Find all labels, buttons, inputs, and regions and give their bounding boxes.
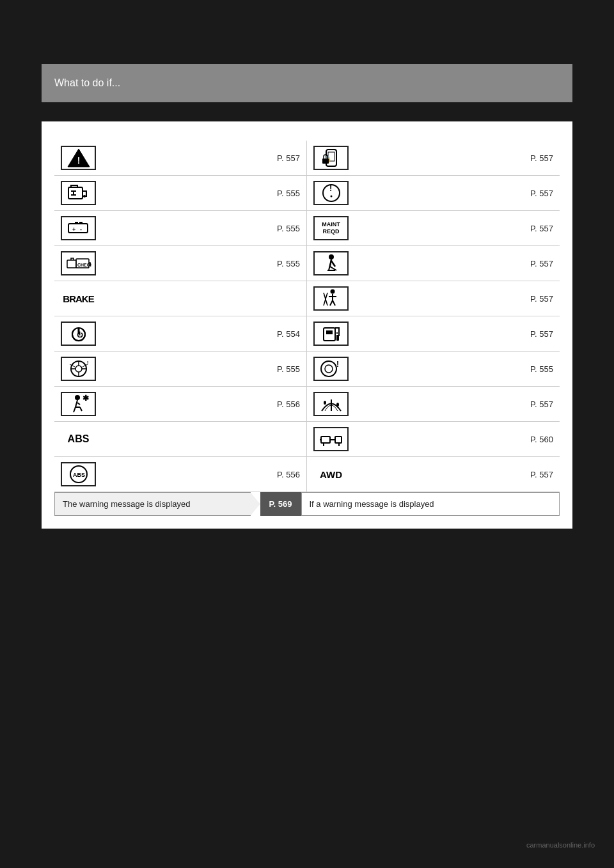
svg-rect-39 [321, 437, 330, 443]
page-ref: P. 557 [527, 294, 553, 304]
bottom-page-ref: P. 569 [260, 492, 301, 516]
trailer-svg [319, 428, 344, 450]
svg-point-17 [75, 395, 80, 400]
seatbelt-svg [319, 252, 344, 274]
tire-pressure-icon: ! [313, 357, 349, 381]
oil-icon [61, 181, 96, 205]
indicator-row: ✱ P. 556 [54, 387, 306, 422]
tire-svg: ! [319, 358, 344, 380]
indicator-row: P. 557 [307, 316, 560, 352]
svg-text:✱: ✱ [83, 394, 89, 403]
maint-reqd-icon: MAINTREQD [313, 216, 349, 240]
abs-label: ABS [68, 433, 90, 445]
wiper-svg [319, 393, 344, 415]
indicator-row: ! P. 555 [307, 352, 560, 387]
svg-point-15 [75, 366, 82, 372]
indicator-row: + - P. 555 [54, 211, 306, 246]
fuel-svg [319, 323, 344, 345]
brake-icon: BRAKE [61, 286, 96, 311]
phone-svg: 🔒 [319, 147, 344, 169]
passenger-icon [313, 286, 349, 311]
traction-icon: ✱ [61, 392, 96, 416]
page-ref: P. 557 [527, 470, 553, 479]
indicator-row: ! P. 555 [54, 352, 306, 387]
exclaim-circle-icon: ! [313, 181, 349, 205]
oil-svg [66, 182, 91, 204]
battery-svg: + - [66, 217, 91, 239]
watermark: carmanualsonline.info [526, 841, 595, 849]
battery-icon: + - [61, 216, 96, 240]
phone-icon: 🔒 [313, 146, 349, 170]
indicator-row: 🔒 P. 557 [307, 141, 560, 176]
warning-triangle-icon: ! [61, 146, 96, 170]
traction-svg: ✱ [66, 393, 91, 415]
indicator-row: CHECK P. 555 [54, 246, 306, 281]
fuel-icon [313, 322, 349, 346]
svg-text:-: - [80, 226, 82, 233]
indicator-row: P. 557 [307, 387, 560, 422]
abs-text-icon: ABS [61, 427, 96, 451]
if-warning-text: If a warning message is displayed [310, 499, 434, 509]
page-ref: P. 557 [527, 153, 553, 163]
page-ref: P. 556 [274, 399, 300, 409]
page-ref: P. 554 [274, 329, 300, 339]
bottom-page-ref-text: P. 569 [269, 499, 292, 509]
page-ref: P. 557 [274, 153, 300, 163]
page-ref: P. 557 [527, 224, 553, 233]
indicator-row: P. 555 [54, 176, 306, 211]
svg-text:CHECK: CHECK [77, 263, 91, 267]
svg-rect-24 [322, 159, 329, 164]
page-ref: P. 555 [274, 189, 300, 198]
svg-rect-34 [336, 336, 339, 341]
page-ref: P. 556 [274, 470, 300, 479]
indicator-row: BRAKE [54, 281, 306, 316]
svg-text:+: + [72, 226, 75, 233]
steering-icon: ! [61, 357, 96, 381]
maint-label: MAINTREQD [322, 221, 340, 235]
warning-svg: ! [66, 147, 91, 169]
svg-text:!: ! [77, 155, 80, 166]
page-ref: P. 555 [527, 364, 553, 374]
bottom-section: The warning message is displayed P. 569 … [54, 492, 560, 516]
engine-check-icon: CHECK [61, 251, 96, 275]
brake-label: BRAKE [63, 293, 93, 304]
svg-text:!: ! [329, 183, 332, 193]
svg-text:ABS: ABS [73, 472, 85, 478]
left-column: ! P. 557 [54, 141, 307, 492]
svg-text:⏻: ⏻ [77, 331, 83, 338]
if-warning-text-box: If a warning message is displayed [301, 492, 560, 516]
awd-label: AWD [320, 469, 342, 480]
trailer-icon [313, 427, 349, 451]
svg-point-27 [330, 196, 332, 198]
page-ref: P. 557 [527, 259, 553, 268]
indicator-row: ⏻ P. 554 [54, 316, 306, 352]
right-column: 🔒 P. 557 ! [307, 141, 560, 492]
awd-icon: AWD [313, 462, 349, 486]
svg-rect-33 [326, 330, 333, 334]
svg-rect-41 [335, 437, 342, 443]
header-title: What to do if... [54, 77, 120, 89]
svg-point-29 [330, 290, 335, 294]
page-ref: P. 560 [527, 435, 553, 444]
svg-rect-9 [67, 260, 76, 268]
exclaim-svg: ! [319, 182, 344, 204]
page-container: What to do if... ! P. 557 [0, 0, 614, 868]
svg-rect-2 [68, 187, 83, 199]
steering-svg: ! [66, 358, 91, 380]
indicator-row: P. 557 [307, 246, 560, 281]
passenger-svg [319, 288, 344, 309]
header-bar: What to do if... [42, 64, 572, 102]
indicators-grid: ! P. 557 [54, 141, 560, 492]
indicator-row: ! P. 557 [54, 141, 306, 176]
svg-rect-4 [68, 224, 88, 233]
svg-point-35 [321, 361, 336, 376]
indicator-row: ABS [54, 422, 306, 457]
indicator-row: MAINTREQD P. 557 [307, 211, 560, 246]
abs-circle-svg: ABS [66, 463, 91, 485]
svg-rect-6 [79, 222, 83, 224]
svg-point-3 [83, 195, 86, 198]
warning-text: The warning message is displayed [63, 499, 190, 509]
page-ref: P. 557 [527, 329, 553, 339]
svg-rect-5 [75, 222, 78, 224]
page-ref: P. 557 [527, 399, 553, 409]
